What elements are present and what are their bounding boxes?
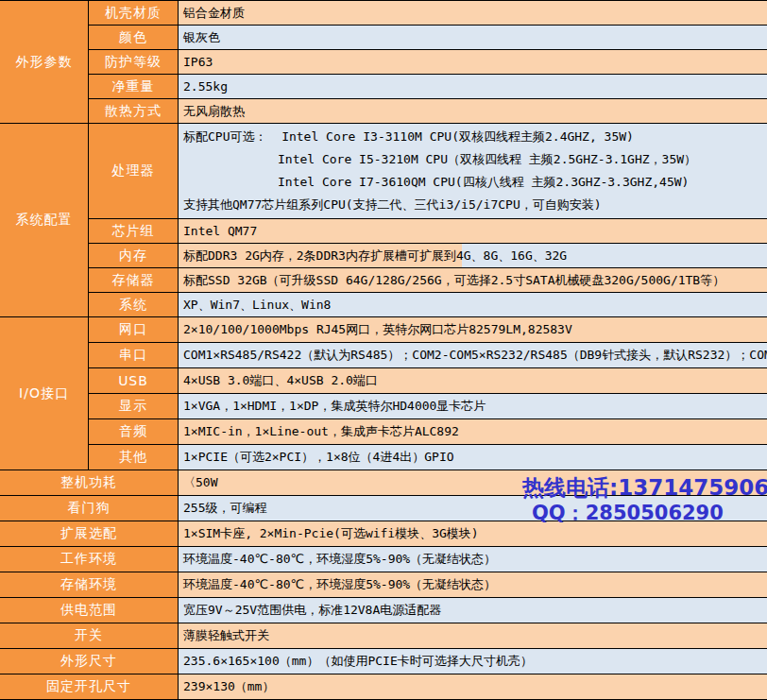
spec-value: 薄膜轻触式开关 — [179, 623, 767, 648]
spec-value: 1×VGA，1×HDMI，1×DP，集成英特尔HD4000显卡芯片 — [179, 394, 767, 418]
cpu-option-line: 支持其他QM77芯片组系列CPU(支持二代、三代i3/i5/i7CPU，可自购安… — [183, 194, 767, 216]
spec-label: 工作环境 — [0, 547, 178, 572]
spec-value: 2×10/100/1000Mbps RJ45网口，英特尔网口芯片82579LM,… — [179, 317, 767, 342]
spec-table: 外形参数 机壳材质 铝合金材质 颜色 银灰色 防护等级 IP63 净重量 2.5… — [0, 0, 767, 700]
spec-label: 防护等级 — [89, 50, 178, 74]
spec-label: 外形尺寸 — [0, 649, 178, 674]
spec-label: 散热方式 — [89, 99, 178, 123]
spec-label: 内存 — [89, 244, 178, 267]
spec-label: 机壳材质 — [89, 1, 178, 25]
spec-value: 铝合金材质 — [179, 1, 767, 25]
spec-value: 无风扇散热 — [179, 99, 767, 123]
spec-value: Intel QM77 — [179, 219, 767, 243]
spec-label: 颜色 — [89, 26, 178, 49]
spec-label: 存储器 — [89, 268, 178, 292]
spec-label: 音频 — [89, 419, 178, 444]
spec-label: 净重量 — [89, 75, 178, 98]
cpu-option-line: Intel Core I5-3210M CPU（双核四线程 主频2.5GHZ-3… — [183, 148, 767, 171]
spec-value: 标配DDR3 2G内存，2条DDR3内存扩展槽可扩展到4G、8G、16G、32G — [179, 244, 767, 267]
spec-label: 其他 — [89, 445, 178, 470]
spec-value: COM1×RS485/RS422（默认为RS485）；COM2-COM5×RS2… — [179, 343, 767, 367]
spec-value: 235.6×165×100（mm）（如使用PCIE卡时可选择大尺寸机壳） — [179, 649, 767, 674]
section-title-io: I/O接口 — [0, 317, 88, 470]
cpu-option-line: 标配CPU可选： Intel Core I3-3110M CPU(双核四线程主频… — [183, 126, 767, 148]
qq-number-text: QQ：2850506290 — [532, 500, 724, 526]
spec-label: 网口 — [89, 317, 178, 342]
spec-label: 芯片组 — [89, 219, 178, 243]
spec-value-cpu: 标配CPU可选： Intel Core I3-3110M CPU(双核四线程主频… — [179, 124, 767, 218]
spec-label: 存储环境 — [0, 572, 178, 597]
spec-label: 看门狗 — [0, 496, 178, 521]
spec-value: 宽压9V～25V范围供电，标准12V8A电源适配器 — [179, 598, 767, 623]
spec-value: 环境温度-40℃-80℃，环境湿度5%-90%（无凝结状态） — [179, 572, 767, 597]
spec-sheet: 外形参数 机壳材质 铝合金材质 颜色 银灰色 防护等级 IP63 净重量 2.5… — [0, 0, 767, 700]
section-title-physical: 外形参数 — [0, 1, 88, 123]
spec-value: 239×130（mm） — [179, 674, 767, 699]
spec-value: 1×MIC-in，1×Line-out，集成声卡芯片ALC892 — [179, 419, 767, 444]
hotline-phone-text: 热线电话:13714759065 — [522, 473, 767, 503]
spec-value: XP、Win7、Linux、Win8 — [179, 293, 767, 316]
spec-label: 开关 — [0, 623, 178, 648]
spec-label: 串口 — [89, 343, 178, 367]
spec-label: 整机功耗 — [0, 470, 178, 495]
spec-value: 环境温度-40℃-80℃，环境湿度5%-90%（无凝结状态） — [179, 547, 767, 572]
spec-label: 扩展选配 — [0, 521, 178, 546]
spec-label: 系统 — [89, 293, 178, 316]
section-title-system: 系统配置 — [0, 124, 88, 316]
spec-label: 处理器 — [89, 124, 178, 218]
spec-label: USB — [89, 368, 178, 393]
spec-label: 供电范围 — [0, 598, 178, 623]
spec-value: 1×PCIE（可选2×PCI），1×8位（4进4出）GPIO — [179, 445, 767, 470]
spec-label: 显示 — [89, 394, 178, 418]
spec-value: 标配SSD 32GB（可升级SSD 64G/128G/256G，可选择2.5寸S… — [179, 268, 767, 292]
spec-label: 固定开孔尺寸 — [0, 674, 178, 699]
spec-value: 2.55kg — [179, 75, 767, 98]
spec-value: 银灰色 — [179, 26, 767, 49]
spec-value: IP63 — [179, 50, 767, 74]
cpu-option-line: Intel Core I7-3610QM CPU(四核八线程 主频2.3GHZ-… — [183, 171, 767, 194]
spec-value: 4×USB 3.0端口、4×USB 2.0端口 — [179, 368, 767, 393]
